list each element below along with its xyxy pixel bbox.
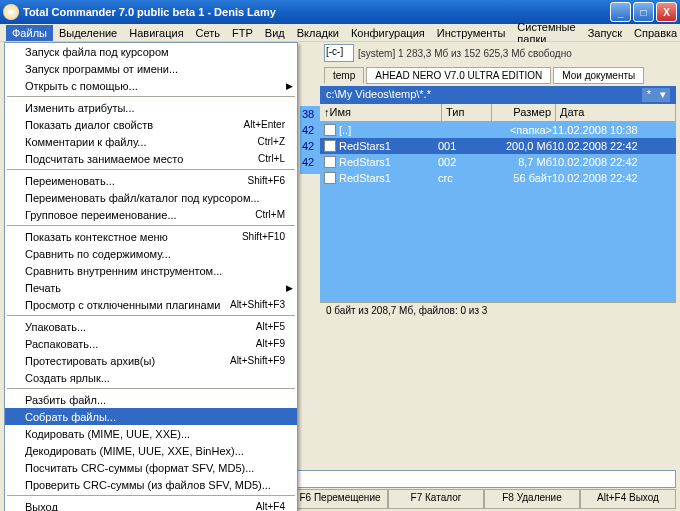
menu-item[interactable]: Запуск файла под курсором bbox=[5, 43, 297, 60]
menu-item[interactable]: Показать контекстное менюShift+F10 bbox=[5, 228, 297, 245]
path-history-button[interactable]: * bbox=[642, 88, 656, 102]
file-row[interactable]: RedStars1crc56 байт10.02.2008 22:42 bbox=[320, 170, 676, 186]
left-panel-fragment: 38 42 42 42 bbox=[300, 106, 320, 174]
drive-bar: [-c-] [system] 1 283,3 Мб из 152 625,3 М… bbox=[320, 42, 676, 64]
app-icon bbox=[3, 4, 19, 20]
file-row[interactable]: RedStars1001200,0 Мб10.02.2008 22:42 bbox=[320, 138, 676, 154]
tab-mydocs[interactable]: Мои документы bbox=[553, 67, 644, 84]
fn-f6[interactable]: F6 Перемещение bbox=[292, 489, 388, 509]
menu-item[interactable]: Печать▶ bbox=[5, 279, 297, 296]
menu-item[interactable]: Декодировать (MIME, UUE, XXE, BinHex)... bbox=[5, 442, 297, 459]
right-panel: [-c-] [system] 1 283,3 Мб из 152 625,3 М… bbox=[320, 42, 676, 318]
path-text: c:\My Videos\temp\*.* bbox=[326, 88, 642, 102]
window-title: Total Commander 7.0 public beta 1 - Deni… bbox=[23, 6, 608, 18]
menu-view[interactable]: Вид bbox=[259, 25, 291, 41]
menu-run[interactable]: Запуск bbox=[582, 25, 628, 41]
fn-altf4[interactable]: Alt+F4 Выход bbox=[580, 489, 676, 509]
tabs-bar: temp AHEAD NERO V7.0 ULTRA EDITION Мои д… bbox=[320, 64, 676, 86]
menu-tabs[interactable]: Вкладки bbox=[291, 25, 345, 41]
menubar: Файлы Выделение Навигация Сеть FTP Вид В… bbox=[0, 24, 680, 42]
menu-ftp[interactable]: FTP bbox=[226, 25, 259, 41]
menu-item[interactable]: Изменить атрибуты... bbox=[5, 99, 297, 116]
col-size[interactable]: Размер bbox=[492, 104, 556, 121]
menu-item[interactable]: Упаковать...Alt+F5 bbox=[5, 318, 297, 335]
menu-network[interactable]: Сеть bbox=[190, 25, 226, 41]
menu-files[interactable]: Файлы bbox=[6, 25, 53, 41]
menu-config[interactable]: Конфигурация bbox=[345, 25, 431, 41]
tab-temp[interactable]: temp bbox=[324, 67, 364, 84]
file-icon bbox=[324, 124, 336, 136]
path-dropdown-button[interactable]: ▾ bbox=[656, 88, 670, 102]
file-row[interactable]: [..]<папка>11.02.2008 10:38 bbox=[320, 122, 676, 138]
menu-item[interactable]: Кодировать (MIME, UUE, XXE)... bbox=[5, 425, 297, 442]
menu-item[interactable]: Распаковать...Alt+F9 bbox=[5, 335, 297, 352]
close-button[interactable]: X bbox=[656, 2, 677, 22]
drive-selector[interactable]: [-c-] bbox=[324, 44, 354, 62]
menu-item[interactable]: Запуск программы от имени... bbox=[5, 60, 297, 77]
menu-item[interactable]: Комментарии к файлу...Ctrl+Z bbox=[5, 133, 297, 150]
file-icon bbox=[324, 140, 336, 152]
menu-item[interactable]: Разбить файл... bbox=[5, 391, 297, 408]
maximize-button[interactable]: □ bbox=[633, 2, 654, 22]
menu-item[interactable]: Подсчитать занимаемое местоCtrl+L bbox=[5, 150, 297, 167]
file-row[interactable]: RedStars10028,7 Мб10.02.2008 22:42 bbox=[320, 154, 676, 170]
menu-item[interactable]: Проверить CRC-суммы (из файлов SFV, MD5)… bbox=[5, 476, 297, 493]
col-type[interactable]: Тип bbox=[442, 104, 492, 121]
menu-help[interactable]: Справка bbox=[628, 25, 680, 41]
file-icon bbox=[324, 172, 336, 184]
file-icon bbox=[324, 156, 336, 168]
column-headers: ↑Имя Тип Размер Дата bbox=[320, 104, 676, 122]
menu-item[interactable]: Переименовать файл/каталог под курсором.… bbox=[5, 189, 297, 206]
menu-item[interactable]: Сравнить внутренним инструментом... bbox=[5, 262, 297, 279]
minimize-button[interactable]: _ bbox=[610, 2, 631, 22]
menu-item[interactable]: Просмотр с отключенными плагинамиAlt+Shi… bbox=[5, 296, 297, 313]
menu-item[interactable]: Открыть с помощью...▶ bbox=[5, 77, 297, 94]
status-bar: 0 байт из 208,7 Мб, файлов: 0 из 3 bbox=[320, 302, 676, 318]
tab-nero[interactable]: AHEAD NERO V7.0 ULTRA EDITION bbox=[366, 67, 551, 84]
menu-item[interactable]: Собрать файлы... bbox=[5, 408, 297, 425]
menu-item[interactable]: Групповое переименование...Ctrl+M bbox=[5, 206, 297, 223]
menu-navigation[interactable]: Навигация bbox=[123, 25, 189, 41]
menu-item[interactable]: Посчитать CRC-суммы (формат SFV, MD5)... bbox=[5, 459, 297, 476]
fn-f8[interactable]: F8 Удаление bbox=[484, 489, 580, 509]
file-list[interactable]: [..]<папка>11.02.2008 10:38RedStars10012… bbox=[320, 122, 676, 302]
menu-item[interactable]: Протестировать архив(ы)Alt+Shift+F9 bbox=[5, 352, 297, 369]
fn-f7[interactable]: F7 Каталог bbox=[388, 489, 484, 509]
col-name[interactable]: ↑Имя bbox=[320, 104, 442, 121]
files-dropdown: Запуск файла под курсоромЗапуск программ… bbox=[4, 42, 298, 511]
menu-item[interactable]: ВыходAlt+F4 bbox=[5, 498, 297, 511]
menu-tools[interactable]: Инструменты bbox=[431, 25, 512, 41]
path-bar: c:\My Videos\temp\*.* * ▾ bbox=[320, 86, 676, 104]
menu-item[interactable]: Переименовать...Shift+F6 bbox=[5, 172, 297, 189]
col-date[interactable]: Дата bbox=[556, 104, 676, 121]
menu-item[interactable]: Сравнить по содержимому... bbox=[5, 245, 297, 262]
menu-selection[interactable]: Выделение bbox=[53, 25, 123, 41]
drive-info: [system] 1 283,3 Мб из 152 625,3 Мб своб… bbox=[358, 48, 572, 59]
menu-item[interactable]: Создать ярлык... bbox=[5, 369, 297, 386]
menu-item[interactable]: Показать диалог свойствAlt+Enter bbox=[5, 116, 297, 133]
